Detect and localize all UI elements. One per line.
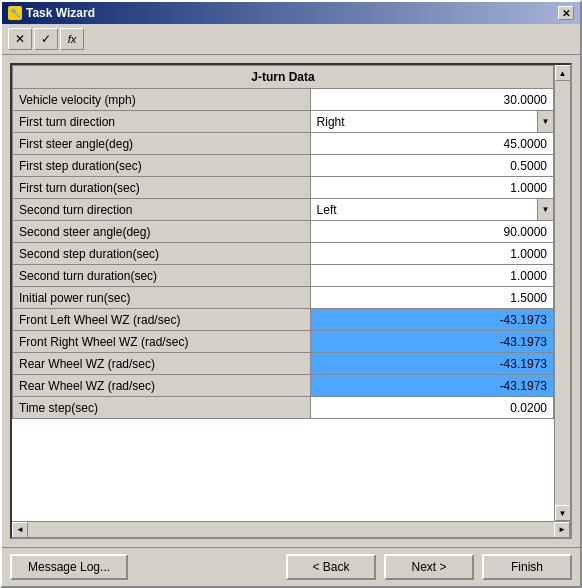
row-label: Second step duration(sec)	[13, 243, 311, 265]
row-label: First step duration(sec)	[13, 155, 311, 177]
finish-button[interactable]: Finish	[482, 554, 572, 580]
table-row: Initial power run(sec)1.5000	[13, 287, 554, 309]
row-value-blue[interactable]: -43.1973	[310, 309, 553, 331]
dropdown-value: Left	[311, 203, 337, 217]
row-label: Front Left Wheel WZ (rad/sec)	[13, 309, 311, 331]
row-value[interactable]: 1.0000	[310, 177, 553, 199]
table-row: First turn duration(sec)1.0000	[13, 177, 554, 199]
window-title: Task Wizard	[26, 6, 95, 20]
table-row: Time step(sec)0.0200	[13, 397, 554, 419]
row-value[interactable]: 90.0000	[310, 221, 553, 243]
dropdown-wrapper: Left▼	[311, 199, 553, 220]
table-row: Second turn duration(sec)1.0000	[13, 265, 554, 287]
table-row: Rear Wheel WZ (rad/sec)-43.1973	[13, 375, 554, 397]
table-row: Second step duration(sec)1.0000	[13, 243, 554, 265]
confirm-toolbar-button[interactable]: ✓	[34, 28, 58, 50]
row-label: Rear Wheel WZ (rad/sec)	[13, 353, 311, 375]
dropdown-wrapper: Right▼	[311, 111, 553, 132]
scroll-container: J-turn Data Vehicle velocity (mph)30.000…	[10, 63, 572, 539]
dropdown-value: Right	[311, 115, 345, 129]
message-log-button[interactable]: Message Log...	[10, 554, 128, 580]
next-button[interactable]: Next >	[384, 554, 474, 580]
hscroll-track	[28, 522, 554, 537]
table-row: Front Left Wheel WZ (rad/sec)-43.1973	[13, 309, 554, 331]
title-bar: 🔧 Task Wizard ✕	[2, 2, 580, 24]
table-row: First step duration(sec)0.5000	[13, 155, 554, 177]
row-label: Second turn direction	[13, 199, 311, 221]
toolbar: ✕ ✓ fx	[2, 24, 580, 55]
row-value-blue[interactable]: -43.1973	[310, 353, 553, 375]
row-label: Second steer angle(deg)	[13, 221, 311, 243]
dropdown-arrow-icon[interactable]: ▼	[537, 111, 553, 132]
row-label: First turn direction	[13, 111, 311, 133]
row-label: Vehicle velocity (mph)	[13, 89, 311, 111]
table-wrapper: J-turn Data Vehicle velocity (mph)30.000…	[12, 65, 554, 521]
table-row: Vehicle velocity (mph)30.0000	[13, 89, 554, 111]
table-row: Rear Wheel WZ (rad/sec)-43.1973	[13, 353, 554, 375]
row-label: Rear Wheel WZ (rad/sec)	[13, 375, 311, 397]
table-row: First steer angle(deg)45.0000	[13, 133, 554, 155]
scroll-left-button[interactable]: ◄	[12, 522, 28, 538]
scroll-up-button[interactable]: ▲	[555, 65, 571, 81]
row-value[interactable]: 30.0000	[310, 89, 553, 111]
scroll-right-button[interactable]: ►	[554, 522, 570, 538]
vertical-scrollbar: ▲ ▼	[554, 65, 570, 521]
row-label: Front Right Wheel WZ (rad/sec)	[13, 331, 311, 353]
row-label: Second turn duration(sec)	[13, 265, 311, 287]
table-row: Second turn directionLeft▼	[13, 199, 554, 221]
cancel-toolbar-button[interactable]: ✕	[8, 28, 32, 50]
row-value[interactable]: 45.0000	[310, 133, 553, 155]
window-close-button[interactable]: ✕	[558, 6, 574, 20]
title-bar-left: 🔧 Task Wizard	[8, 6, 95, 20]
fx-toolbar-button[interactable]: fx	[60, 28, 84, 50]
row-dropdown[interactable]: Right▼	[310, 111, 553, 133]
data-table: J-turn Data Vehicle velocity (mph)30.000…	[12, 65, 554, 419]
table-header: J-turn Data	[13, 66, 554, 89]
table-scroll-area: J-turn Data Vehicle velocity (mph)30.000…	[12, 65, 570, 521]
row-label: Initial power run(sec)	[13, 287, 311, 309]
row-value-blue[interactable]: -43.1973	[310, 331, 553, 353]
content-area: J-turn Data Vehicle velocity (mph)30.000…	[2, 55, 580, 547]
bottom-bar: Message Log... < Back Next > Finish	[2, 547, 580, 586]
table-row: Second steer angle(deg)90.0000	[13, 221, 554, 243]
row-label: First turn duration(sec)	[13, 177, 311, 199]
row-value[interactable]: 0.5000	[310, 155, 553, 177]
row-dropdown[interactable]: Left▼	[310, 199, 553, 221]
row-value[interactable]: 1.5000	[310, 287, 553, 309]
dropdown-arrow-icon[interactable]: ▼	[537, 199, 553, 220]
row-value[interactable]: 1.0000	[310, 265, 553, 287]
horizontal-scrollbar: ◄ ►	[12, 521, 570, 537]
row-value[interactable]: 1.0000	[310, 243, 553, 265]
row-value-blue[interactable]: -43.1973	[310, 375, 553, 397]
scroll-down-button[interactable]: ▼	[555, 505, 571, 521]
table-row: First turn directionRight▼	[13, 111, 554, 133]
table-row: Front Right Wheel WZ (rad/sec)-43.1973	[13, 331, 554, 353]
row-value[interactable]: 0.0200	[310, 397, 553, 419]
back-button[interactable]: < Back	[286, 554, 376, 580]
row-label: First steer angle(deg)	[13, 133, 311, 155]
task-wizard-window: 🔧 Task Wizard ✕ ✕ ✓ fx J-turn Data	[0, 0, 582, 588]
window-icon: 🔧	[8, 6, 22, 20]
row-label: Time step(sec)	[13, 397, 311, 419]
